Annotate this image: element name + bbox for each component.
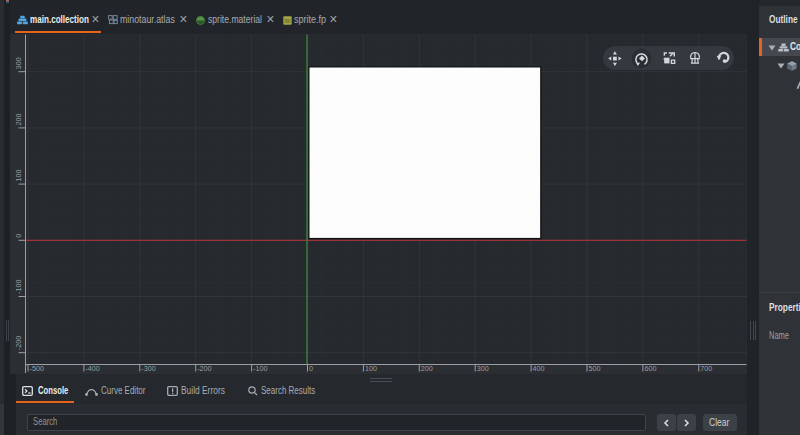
svg-text:-100: -100	[14, 280, 23, 294]
svg-text:100: 100	[365, 364, 377, 373]
svg-text:400: 400	[533, 364, 545, 373]
svg-text:300: 300	[14, 57, 23, 69]
svg-text:-200: -200	[197, 364, 211, 373]
svg-text:-200: -200	[14, 336, 23, 350]
svg-text:600: 600	[644, 364, 656, 373]
svg-text:300: 300	[477, 364, 489, 373]
svg-text:-300: -300	[141, 364, 155, 373]
svg-text:200: 200	[421, 364, 433, 373]
svg-text:500: 500	[589, 364, 601, 373]
svg-text:700: 700	[700, 364, 712, 373]
svg-text:-400: -400	[85, 364, 99, 373]
svg-text:100: 100	[14, 170, 23, 182]
svg-text:200: 200	[14, 113, 23, 125]
svg-text:-500: -500	[30, 364, 44, 373]
svg-text:0: 0	[309, 364, 313, 373]
svg-text:0: 0	[14, 234, 23, 238]
svg-text:-100: -100	[253, 364, 267, 373]
